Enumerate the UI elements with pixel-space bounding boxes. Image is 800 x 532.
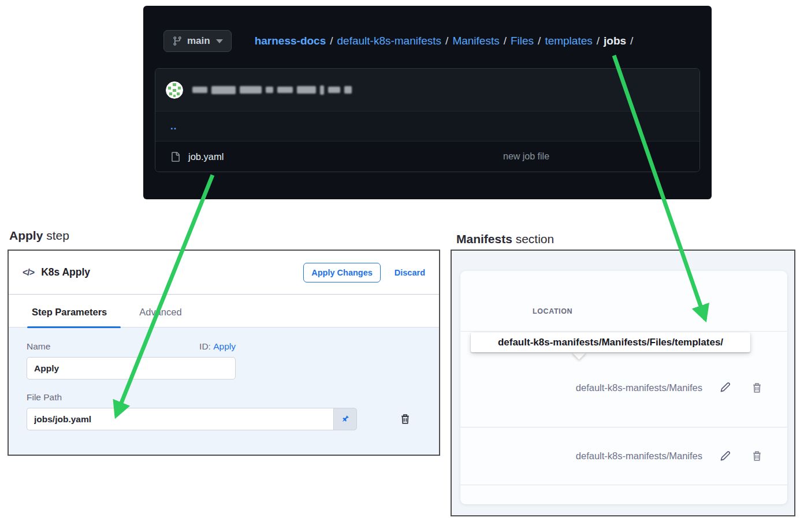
- git-branch-icon: [172, 36, 183, 46]
- github-file-browser: main harness-docs / default-k8s-manifest…: [143, 6, 712, 199]
- tab-advanced[interactable]: Advanced: [138, 307, 183, 327]
- step-parameters-form: Name ID: Apply File Path: [9, 328, 439, 455]
- breadcrumb-segment[interactable]: Files: [511, 35, 534, 47]
- file-path-input[interactable]: [27, 408, 333, 430]
- trash-icon: [751, 382, 763, 394]
- breadcrumb-separator: /: [597, 35, 600, 47]
- manifest-location[interactable]: default-k8s-manifests/Manifes: [576, 451, 702, 462]
- manifest-location[interactable]: default-k8s-manifests/Manifes: [576, 382, 702, 393]
- pin-icon: [341, 415, 349, 423]
- trash-icon: [399, 413, 411, 425]
- identicon: [166, 81, 183, 99]
- breadcrumb-separator: /: [330, 35, 333, 47]
- caption-bold: Apply: [9, 229, 43, 242]
- commit-message-link[interactable]: new job file: [503, 151, 549, 162]
- breadcrumb-repo[interactable]: harness-docs: [255, 35, 326, 47]
- breadcrumb-separator: /: [630, 35, 633, 47]
- breadcrumb-separator: /: [445, 35, 448, 47]
- file-list-box: .. job.yaml new job file: [155, 68, 700, 172]
- name-input[interactable]: [27, 357, 236, 380]
- apply-step-panel: </> K8s Apply Apply Changes Discard Step…: [8, 250, 440, 456]
- edit-pencil-icon: [719, 450, 731, 463]
- latest-commit-row[interactable]: [155, 69, 699, 111]
- tab-step-parameters[interactable]: Step Parameters: [31, 307, 108, 327]
- breadcrumb-separator: /: [504, 35, 507, 47]
- name-label-row: Name ID: Apply: [27, 341, 236, 352]
- commit-author-avatar: [166, 81, 183, 99]
- branch-selector[interactable]: main: [163, 30, 232, 52]
- manifests-section-caption: Manifests section: [456, 232, 554, 246]
- breadcrumb-segment[interactable]: Manifests: [452, 35, 499, 47]
- apply-changes-button[interactable]: Apply Changes: [303, 263, 381, 282]
- delete-manifest-button[interactable]: [749, 448, 765, 464]
- delete-manifest-button[interactable]: [749, 380, 765, 396]
- redacted-commit-text: [192, 85, 352, 95]
- file-row-job-yaml[interactable]: job.yaml new job file: [155, 142, 699, 172]
- id-value-link[interactable]: Apply: [213, 341, 236, 351]
- trash-icon: [751, 450, 763, 462]
- delete-file-path-button[interactable]: [399, 413, 411, 425]
- name-field-label: Name: [27, 341, 50, 352]
- manifests-card: LOCATION default-k8s-manifests/Manifes: [460, 271, 787, 504]
- github-toolbar: main harness-docs / default-k8s-manifest…: [163, 30, 700, 52]
- location-tooltip: default-k8s-manifests/Manifests/Files/te…: [471, 333, 750, 352]
- chevron-down-icon: [216, 39, 223, 43]
- manifest-row: default-k8s-manifests/Manifes: [460, 427, 787, 485]
- manifests-panel: LOCATION default-k8s-manifests/Manifes: [451, 250, 795, 516]
- file-link-job-yaml[interactable]: job.yaml: [188, 151, 224, 162]
- breadcrumb-segment[interactable]: default-k8s-manifests: [337, 35, 442, 47]
- page: main harness-docs / default-k8s-manifest…: [0, 0, 800, 532]
- breadcrumb-current-dir: jobs: [604, 35, 626, 47]
- breadcrumb: harness-docs / default-k8s-manifests / M…: [255, 35, 634, 47]
- parent-directory-link[interactable]: ..: [170, 121, 177, 132]
- step-actions: Apply Changes Discard: [303, 263, 425, 282]
- code-icon: </>: [23, 267, 34, 278]
- breadcrumb-segment-templates[interactable]: templates: [545, 35, 592, 47]
- step-tabs: Step Parameters Advanced: [9, 295, 439, 328]
- step-id: ID: Apply: [199, 341, 236, 352]
- fixed-value-pin-button[interactable]: [333, 408, 357, 430]
- parent-directory-row[interactable]: ..: [155, 111, 699, 142]
- location-column-header: LOCATION: [533, 307, 572, 315]
- file-path-row: [27, 408, 421, 430]
- branch-name: main: [187, 35, 210, 47]
- caption-bold: Manifests: [456, 232, 512, 245]
- caption-rest: step: [43, 229, 69, 242]
- file-path-field-label: File Path: [27, 392, 62, 402]
- id-label: ID:: [199, 341, 211, 351]
- discard-button[interactable]: Discard: [395, 268, 425, 277]
- file-icon: [170, 152, 180, 162]
- step-title: K8s Apply: [41, 266, 90, 278]
- step-header: </> K8s Apply Apply Changes Discard: [9, 251, 439, 295]
- apply-step-caption: Apply step: [9, 229, 69, 243]
- caption-rest: section: [512, 232, 554, 245]
- file-path-input-group: [27, 408, 357, 430]
- breadcrumb-separator: /: [538, 35, 541, 47]
- edit-pencil-icon: [719, 381, 731, 394]
- edit-manifest-button[interactable]: [716, 448, 734, 465]
- edit-manifest-button[interactable]: [716, 379, 734, 396]
